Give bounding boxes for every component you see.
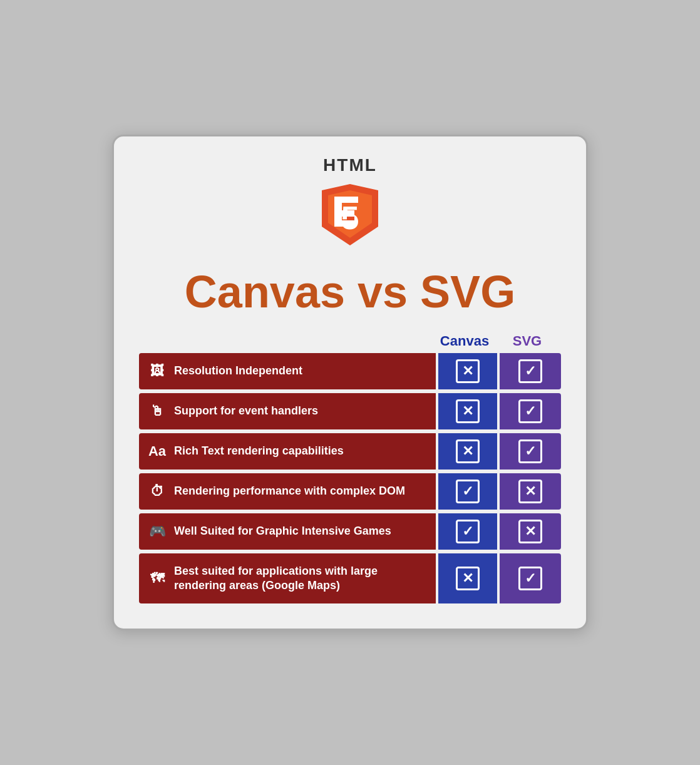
row-text-largearea: Best suited for applications with large … [174, 564, 427, 593]
svg-cell-games: ✕ [498, 513, 561, 550]
row-label-resolution: 🖼 Resolution Independent [139, 353, 436, 389]
canvas-col-header: Canvas [433, 333, 496, 349]
canvas-cell-games: ✓ [436, 513, 498, 550]
main-card: HTML 5 Canvas vs SVG [112, 135, 588, 630]
svg-cell-largearea: ✓ [498, 553, 561, 603]
table-rows: 🖼 Resolution Independent ✕ ✓ 🖱 Support f… [139, 353, 561, 603]
row-icon-rendering: ⏱ [148, 483, 167, 500]
table-row: 🎮 Well Suited for Graphic Intensive Game… [139, 513, 561, 550]
row-icon-richtext: Aa [148, 443, 167, 460]
svg-rect-5 [334, 210, 354, 217]
svg-check-richtext: ✓ [518, 439, 542, 463]
row-icon-resolution: 🖼 [148, 363, 167, 379]
table-row: ⏱ Rendering performance with complex DOM… [139, 473, 561, 510]
table-row: Aa Rich Text rendering capabilities ✕ ✓ [139, 433, 561, 470]
html5-shield: 5 [316, 178, 384, 255]
svg-check-largearea: ✓ [518, 567, 542, 590]
canvas-check-resolution: ✕ [456, 359, 480, 383]
canvas-cell-richtext: ✕ [436, 433, 498, 470]
row-icon-largearea: 🗺 [148, 570, 167, 587]
row-icon-games: 🎮 [148, 523, 167, 540]
row-text-games: Well Suited for Graphic Intensive Games [174, 524, 391, 538]
canvas-check-events: ✕ [456, 399, 480, 423]
row-icon-events: 🖱 [148, 403, 167, 419]
canvas-check-games: ✓ [456, 520, 480, 543]
comparison-table: Canvas SVG 🖼 Resolution Independent ✕ ✓ … [139, 333, 561, 603]
row-text-resolution: Resolution Independent [174, 364, 302, 378]
svg-check-events: ✓ [518, 399, 542, 423]
canvas-check-rendering: ✓ [456, 480, 480, 503]
row-text-rendering: Rendering performance with complex DOM [174, 484, 405, 498]
table-row: 🗺 Best suited for applications with larg… [139, 553, 561, 603]
canvas-check-richtext: ✕ [456, 439, 480, 463]
svg-cell-rendering: ✕ [498, 473, 561, 510]
canvas-cell-rendering: ✓ [436, 473, 498, 510]
row-text-events: Support for event handlers [174, 404, 318, 418]
html5-label: HTML [323, 155, 377, 175]
row-label-rendering: ⏱ Rendering performance with complex DOM [139, 473, 436, 510]
row-label-events: 🖱 Support for event handlers [139, 393, 436, 429]
svg-cell-events: ✓ [498, 393, 561, 429]
table-row: 🖱 Support for event handlers ✕ ✓ [139, 393, 561, 429]
table-row: 🖼 Resolution Independent ✕ ✓ [139, 353, 561, 389]
row-label-largearea: 🗺 Best suited for applications with larg… [139, 553, 436, 603]
svg-rect-4 [334, 197, 358, 203]
svg-check-games: ✕ [518, 520, 542, 543]
svg-cell-richtext: ✓ [498, 433, 561, 470]
html5-logo: HTML 5 [139, 155, 561, 263]
svg-check-rendering: ✕ [518, 480, 542, 503]
svg-check-resolution: ✓ [518, 359, 542, 383]
canvas-cell-largearea: ✕ [436, 553, 498, 603]
row-label-games: 🎮 Well Suited for Graphic Intensive Game… [139, 513, 436, 550]
canvas-check-largearea: ✕ [456, 567, 480, 590]
svg-rect-7 [334, 220, 354, 227]
canvas-cell-events: ✕ [436, 393, 498, 429]
svg-col-header: SVG [496, 333, 558, 349]
page-title: Canvas vs SVG [139, 269, 561, 314]
canvas-cell-resolution: ✕ [436, 353, 498, 389]
row-text-richtext: Rich Text rendering capabilities [174, 444, 344, 458]
svg-cell-resolution: ✓ [498, 353, 561, 389]
column-headers: Canvas SVG [139, 333, 561, 349]
row-label-richtext: Aa Rich Text rendering capabilities [139, 433, 436, 470]
